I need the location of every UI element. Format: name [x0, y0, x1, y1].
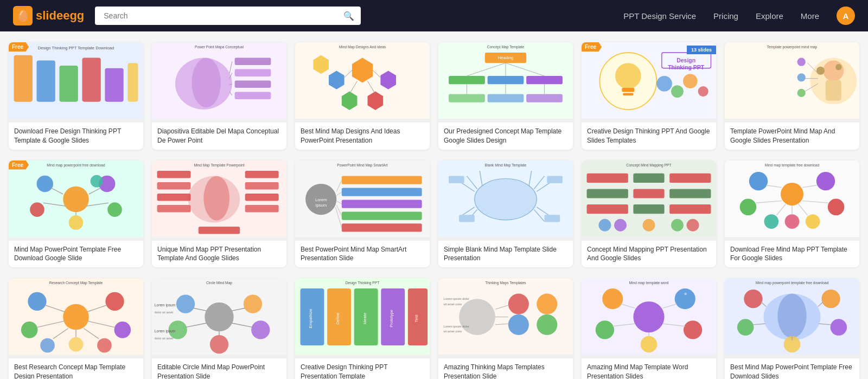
- nav-pricing[interactable]: Pricing: [713, 11, 738, 21]
- card-title: Simple Blank Mind Map Template Slide Pre…: [438, 241, 573, 268]
- svg-point-232: [641, 336, 658, 353]
- svg-rect-135: [633, 173, 664, 182]
- card-title: Our Predesigned Concept Map Template Goo…: [438, 123, 573, 150]
- svg-text:sit amet cons: sit amet cons: [444, 303, 462, 306]
- svg-point-152: [816, 172, 835, 190]
- svg-point-245: [821, 290, 840, 308]
- card-item[interactable]: Mind Map Template Powerpoint Unique Mind…: [152, 160, 286, 268]
- card-title: Amazing Thinking Maps Templates Presenta…: [438, 358, 573, 379]
- svg-point-172: [40, 338, 55, 353]
- card-item[interactable]: Thinking Maps Templates Lorem ipsum dolo…: [438, 278, 573, 379]
- card-title: Download Free Design Thinking PPT Templa…: [9, 123, 143, 150]
- svg-point-186: [244, 295, 262, 313]
- card-item[interactable]: PowerPoint Mind Map SmartArt Lorem Ipsum…: [295, 160, 430, 268]
- thumb-svg: Mind map powerpoint free download: [9, 160, 143, 241]
- svg-text:Prototype: Prototype: [389, 310, 394, 327]
- svg-point-230: [596, 320, 614, 339]
- card-item[interactable]: Free13 slides Design Thinking PPT Creati…: [582, 42, 716, 150]
- card-item[interactable]: Mind map powerpoint template free downlo…: [725, 278, 859, 379]
- svg-text:Mind map template free downloa: Mind map template free download: [765, 163, 820, 168]
- nav-links: PPT Design Service Pricing Explore More …: [623, 7, 855, 25]
- card-item[interactable]: Free Design Thinking PPT Template Downlo…: [9, 42, 143, 150]
- svg-rect-141: [633, 204, 664, 214]
- svg-rect-2: [14, 55, 33, 102]
- svg-point-217: [537, 314, 557, 335]
- card-item[interactable]: Blank Mind Map Template Simple Blank Min…: [438, 160, 573, 268]
- card-title: Best Mind Map PowerPoint Template Free D…: [725, 358, 859, 379]
- svg-text:Ideate: Ideate: [362, 313, 367, 324]
- card-thumbnail: Mind map template free download: [725, 160, 859, 241]
- card-item[interactable]: Concept Mind Mapping PPT Concept Mind Ma…: [582, 160, 716, 268]
- svg-rect-137: [587, 189, 628, 198]
- card-item[interactable]: Template powerpoint mind map Template Po…: [725, 42, 859, 150]
- svg-rect-105: [342, 176, 422, 184]
- nav-explore[interactable]: Explore: [756, 11, 783, 21]
- svg-rect-138: [633, 189, 664, 198]
- card-title: Mind Map PowerPoint Template Free Downlo…: [9, 241, 143, 268]
- svg-point-244: [744, 290, 762, 308]
- svg-text:Lorem ipsum dolor: Lorem ipsum dolor: [444, 297, 469, 300]
- logo[interactable]: 🥚 slideegg: [13, 6, 84, 25]
- card-item[interactable]: Free Mind map powerpoint free download M…: [9, 160, 143, 268]
- svg-point-63: [823, 60, 844, 81]
- card-item[interactable]: Mind map template free download Download…: [725, 160, 859, 268]
- card-item[interactable]: Research Concept Map Template Best Resea…: [9, 278, 143, 379]
- thumb-svg: Template powerpoint mind map: [725, 42, 859, 123]
- svg-point-65: [816, 67, 825, 75]
- card-item[interactable]: Circle Mind Map Lorem ipsum dolor sit am…: [152, 278, 286, 379]
- card-thumbnail: Circle Mind Map Lorem ipsum dolor sit am…: [152, 278, 286, 358]
- svg-text:Mind map powerpoint template f: Mind map powerpoint template free downlo…: [756, 281, 829, 286]
- badge-slides: 13 slides: [687, 46, 716, 54]
- card-title: Best Research Concept Map Template Desig…: [9, 358, 143, 379]
- svg-point-146: [671, 219, 684, 231]
- svg-point-90: [203, 176, 229, 220]
- svg-text:⚙: ⚙: [684, 292, 687, 296]
- svg-rect-15: [235, 92, 271, 99]
- svg-rect-52: [623, 93, 633, 95]
- card-title: Download Free Mind Map PPT Template For …: [725, 241, 859, 268]
- svg-point-156: [806, 214, 820, 229]
- svg-text:Lorem: Lorem: [315, 197, 327, 202]
- svg-point-171: [114, 322, 131, 338]
- card-thumbnail: Mind Map Designs And Ideas: [295, 42, 430, 123]
- card-title: Creative Design Thinking PPT And Google …: [582, 123, 716, 150]
- svg-point-66: [835, 64, 841, 70]
- nav-more[interactable]: More: [801, 11, 819, 21]
- svg-rect-38: [526, 76, 563, 84]
- svg-text:Thinking PPT: Thinking PPT: [668, 65, 705, 70]
- card-item[interactable]: Power Point Mapa Conceptual Diapositiva …: [152, 42, 286, 150]
- badge-free: Free: [9, 160, 29, 170]
- card-item[interactable]: Concept Map Template Heading Our Predesi…: [438, 42, 573, 150]
- svg-point-71: [797, 73, 806, 81]
- svg-rect-6: [105, 68, 123, 102]
- svg-rect-106: [342, 188, 422, 196]
- svg-rect-3: [37, 60, 55, 101]
- user-avatar[interactable]: A: [837, 7, 855, 25]
- thumb-svg: PowerPoint Mind Map SmartArt Lorem Ipsum: [295, 160, 430, 241]
- svg-rect-5: [82, 58, 100, 102]
- svg-rect-95: [245, 171, 279, 178]
- card-thumbnail: Mind Map Template Powerpoint: [152, 160, 286, 241]
- thumb-svg: Design Thinking PPT Template Download: [9, 42, 143, 123]
- svg-point-144: [614, 219, 627, 231]
- card-item[interactable]: Design Thinking PPT Empathize Define Ide…: [295, 278, 430, 379]
- svg-rect-140: [587, 204, 628, 214]
- card-grid: Free Design Thinking PPT Template Downlo…: [0, 31, 868, 379]
- search-input[interactable]: [95, 7, 361, 25]
- card-item[interactable]: Mind map template word ✉ ⚙ Amazing Mind …: [582, 278, 716, 379]
- logo-text: slideegg: [36, 9, 84, 23]
- svg-point-58: [683, 74, 698, 88]
- svg-text:Concept Mind Mapping PPT: Concept Mind Mapping PPT: [626, 163, 671, 168]
- badge-free: Free: [582, 42, 602, 52]
- thumb-svg: Mind map template free download: [725, 160, 859, 241]
- card-thumbnail: Concept Mind Mapping PPT: [582, 160, 716, 241]
- header: 🥚 slideegg 🔍 PPT Design Service Pricing …: [0, 0, 868, 31]
- nav-ppt-design[interactable]: PPT Design Service: [623, 11, 696, 21]
- search-button[interactable]: 🔍: [343, 11, 354, 21]
- thumb-svg: Concept Map Template Heading: [438, 42, 573, 123]
- svg-text:Template powerpoint mind map: Template powerpoint mind map: [767, 45, 818, 49]
- svg-text:Mind Map Template Powerpoint: Mind Map Template Powerpoint: [194, 163, 244, 168]
- thumb-svg: Mind map template word ✉ ⚙: [582, 278, 716, 358]
- card-item[interactable]: Mind Map Designs And Ideas Best Mind Map…: [295, 42, 430, 150]
- svg-rect-93: [157, 194, 191, 201]
